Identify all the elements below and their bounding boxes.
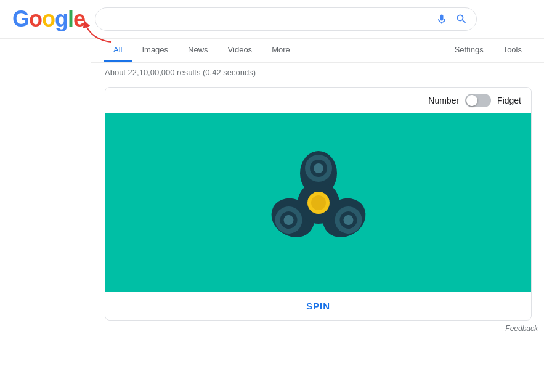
logo-g2: g <box>55 6 68 31</box>
logo-o2: o <box>42 6 55 31</box>
svg-point-7 <box>314 163 323 173</box>
logo-o1: o <box>29 6 42 31</box>
spin-button[interactable]: SPIN <box>306 301 330 311</box>
spinner-display[interactable] <box>105 113 531 292</box>
tab-videos[interactable]: Videos <box>218 39 262 62</box>
logo-g: G <box>12 6 29 31</box>
microphone-button[interactable] <box>436 13 448 25</box>
tab-news[interactable]: News <box>178 39 218 62</box>
tab-settings[interactable]: Settings <box>445 39 493 62</box>
toggle-knob <box>466 95 477 106</box>
svg-point-15 <box>311 195 326 210</box>
google-logo: Google <box>12 6 85 32</box>
search-button[interactable] <box>455 13 468 25</box>
spin-button-row: SPIN <box>105 292 531 320</box>
main-content: Number Fidget <box>0 87 544 321</box>
search-bar: Spinner <box>95 7 477 31</box>
toggle-number-label: Number <box>428 96 459 105</box>
tab-more[interactable]: More <box>262 39 300 62</box>
nav-tabs: All Images News Videos More Settings Too… <box>91 39 544 63</box>
tab-tools[interactable]: Tools <box>493 39 532 62</box>
feedback-row: Feedback <box>0 321 544 337</box>
mode-toggle[interactable] <box>465 94 491 107</box>
tab-all[interactable]: All <box>104 39 132 62</box>
toggle-row: Number Fidget <box>105 88 531 113</box>
feedback-link[interactable]: Feedback <box>505 324 538 333</box>
fidget-spinner-graphic <box>251 135 386 271</box>
tab-images[interactable]: Images <box>132 39 178 62</box>
logo-e: e <box>73 6 85 31</box>
logo-l: l <box>68 6 73 31</box>
toggle-fidget-label: Fidget <box>497 96 521 105</box>
results-info: About 22,10,00,000 results (0.42 seconds… <box>0 63 544 82</box>
search-input[interactable]: Spinner <box>104 14 431 25</box>
spinner-widget: Number Fidget <box>105 87 532 321</box>
